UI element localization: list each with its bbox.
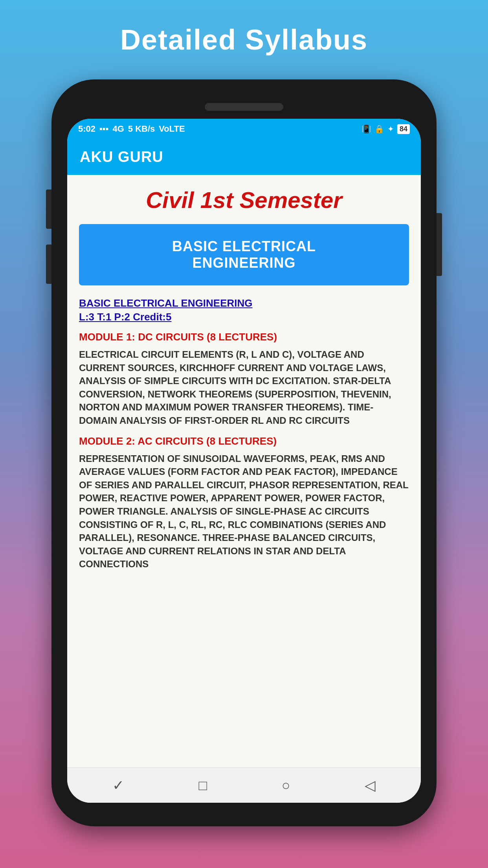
vibrate-icon: 📳	[361, 124, 371, 134]
app-bar: AKU GURU	[67, 139, 421, 175]
status-right: 📳 🔒 ✦ 84	[361, 124, 410, 134]
module1-header: MODULE 1: DC CIRCUITS (8 LECTURES)	[79, 331, 409, 343]
lock-icon: 🔒	[374, 124, 384, 134]
semester-title: Civil 1st Semester	[79, 187, 409, 213]
status-time: 5:02	[78, 124, 95, 134]
speed-indicator: 5 KB/s	[128, 124, 155, 134]
syllabus-content: BASIC ELECTRICAL ENGINEERING L:3 T:1 P:2…	[79, 297, 409, 767]
subject-link-credits[interactable]: L:3 T:1 P:2 Credit:5	[79, 311, 409, 323]
bottom-nav: ✓ □ ○ ◁	[67, 767, 421, 803]
phone-screen: 5:02 ▪▪▪ 4G 5 KB/s VoLTE 📳 🔒 ✦ 84 AKU GU…	[67, 119, 421, 803]
side-button-volume-up	[46, 189, 51, 229]
status-left: 5:02 ▪▪▪ 4G 5 KB/s VoLTE	[78, 124, 185, 134]
nav-forward-icon[interactable]: ◁	[365, 777, 376, 794]
phone-frame: 5:02 ▪▪▪ 4G 5 KB/s VoLTE 📳 🔒 ✦ 84 AKU GU…	[51, 79, 437, 826]
module1-content: ELECTRICAL CIRCUIT ELEMENTS (R, L AND C)…	[79, 348, 409, 427]
side-button-power	[437, 213, 442, 276]
nav-circle-icon[interactable]: ○	[282, 777, 290, 794]
phone-speaker	[205, 103, 283, 111]
page-background-title: Detailed Syllabus	[120, 24, 368, 56]
app-bar-title: AKU GURU	[80, 149, 163, 166]
signal-icon: ▪▪▪	[99, 124, 108, 134]
screen-content: Civil 1st Semester BASIC ELECTRICAL ENGI…	[67, 175, 421, 767]
status-bar: 5:02 ▪▪▪ 4G 5 KB/s VoLTE 📳 🔒 ✦ 84	[67, 119, 421, 139]
network-icon: 4G	[112, 124, 124, 134]
module2-content: REPRESENTATION OF SINUSOIDAL WAVEFORMS, …	[79, 452, 409, 571]
nav-back-icon[interactable]: ✓	[112, 777, 124, 794]
subject-link-name[interactable]: BASIC ELECTRICAL ENGINEERING	[79, 297, 409, 309]
module2-header: MODULE 2: AC CIRCUITS (8 LECTURES)	[79, 435, 409, 447]
volte-indicator: VoLTE	[159, 124, 185, 134]
bluetooth-icon: ✦	[387, 124, 394, 134]
subject-button[interactable]: BASIC ELECTRICAL ENGINEERING	[79, 224, 409, 285]
battery-indicator: 84	[397, 124, 410, 134]
nav-home-icon[interactable]: □	[198, 777, 207, 794]
side-button-volume-down	[46, 245, 51, 284]
